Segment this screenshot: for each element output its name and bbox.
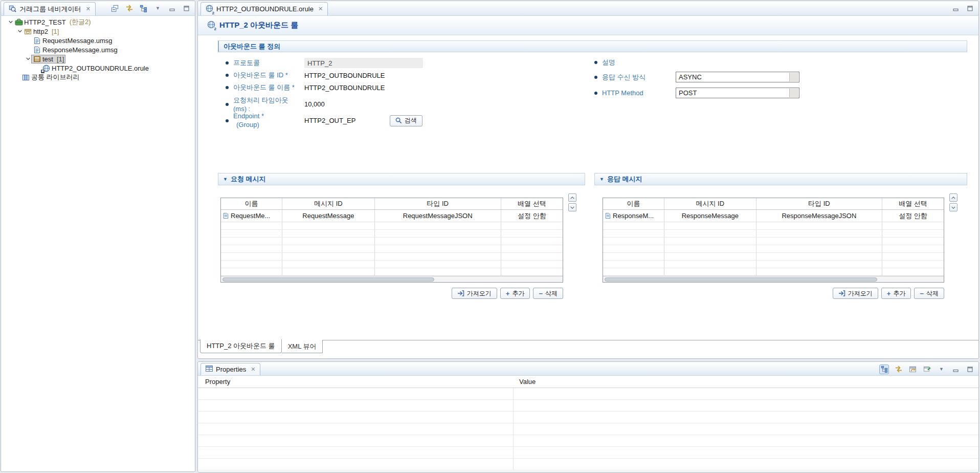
properties-tab-close-icon[interactable]: ✕ bbox=[251, 366, 255, 373]
restore-default-icon[interactable] bbox=[908, 364, 918, 374]
tree-mode-icon[interactable] bbox=[139, 4, 148, 13]
col-array-select[interactable]: 배열 선택 bbox=[501, 198, 563, 209]
empty-row bbox=[603, 245, 944, 253]
navigator-icon bbox=[9, 5, 16, 14]
scrollbar-thumb[interactable] bbox=[222, 277, 434, 282]
globe-2-badge: 2 bbox=[212, 11, 214, 15]
response-mode-combo[interactable]: ASYNC bbox=[676, 72, 799, 82]
import-button[interactable]: 가져오기 bbox=[452, 288, 497, 299]
response-message-table[interactable]: 이름 메시지 ID 타입 ID 배열 선택 ResponseM... Respo… bbox=[603, 198, 944, 283]
navigator-panel: 거래그룹 네비게이터 ✕ ▼ bbox=[1, 1, 195, 472]
properties-tab[interactable]: Properties ✕ bbox=[201, 363, 260, 375]
add-button-label: 추가 bbox=[893, 289, 905, 298]
empty-row bbox=[603, 238, 944, 245]
timeout-label: 요청처리 타임아웃(ms) : bbox=[233, 96, 300, 113]
property-row bbox=[198, 423, 978, 435]
sort-properties-icon[interactable] bbox=[894, 364, 903, 374]
request-section-header[interactable]: ▼ 요청 메시지 bbox=[218, 173, 585, 185]
col-name[interactable]: 이름 bbox=[221, 198, 282, 209]
row-up-button[interactable] bbox=[568, 193, 576, 202]
tree-item-suffix: (한글2) bbox=[70, 17, 91, 27]
delete-button-label: 삭제 bbox=[926, 289, 939, 298]
delete-button[interactable]: −삭제 bbox=[533, 288, 563, 299]
bullet-icon bbox=[226, 119, 229, 122]
col-name[interactable]: 이름 bbox=[603, 198, 664, 209]
endpoint-label-line2: (Group) bbox=[233, 121, 259, 128]
bullet-icon bbox=[226, 74, 229, 77]
tree-item-response-message[interactable]: ResponseMessage.umsg bbox=[1, 45, 195, 54]
col-type-id[interactable]: 타입 ID bbox=[375, 198, 501, 209]
col-type-id[interactable]: 타입 ID bbox=[756, 198, 882, 209]
table-row[interactable]: ResponseM... ResponseMessage ResponseMes… bbox=[603, 210, 944, 222]
tree-item-group[interactable]: http2 [1] bbox=[1, 27, 195, 36]
view-menu-icon[interactable]: ▼ bbox=[153, 4, 163, 13]
tree-item-request-message[interactable]: RequestMessage.umsg bbox=[1, 36, 195, 45]
row-down-button[interactable] bbox=[949, 203, 957, 211]
property-row bbox=[198, 459, 978, 470]
collapse-triangle-icon[interactable]: ▼ bbox=[599, 177, 604, 182]
editor-tab[interactable]: 2 HTTP2_OUTBOUNDRULE.orule ✕ bbox=[201, 2, 328, 15]
expander-icon[interactable] bbox=[16, 30, 24, 33]
maximize-icon[interactable] bbox=[965, 364, 975, 374]
endpoint-search-button[interactable]: 검색 bbox=[390, 115, 422, 126]
response-section-header[interactable]: ▼ 응답 메시지 bbox=[594, 173, 967, 185]
show-tree-icon[interactable] bbox=[879, 364, 889, 374]
property-column-header[interactable]: Property bbox=[198, 378, 513, 385]
properties-table-icon bbox=[206, 365, 213, 373]
view-menu-icon[interactable]: ▼ bbox=[937, 364, 946, 374]
message-file-icon bbox=[33, 37, 41, 45]
combo-arrow-icon[interactable] bbox=[789, 73, 798, 81]
collapse-all-icon[interactable] bbox=[110, 4, 120, 13]
minimize-icon[interactable] bbox=[951, 4, 961, 13]
row-up-button[interactable] bbox=[949, 193, 957, 202]
tree-item-common-library[interactable]: 공통 라이브러리 bbox=[1, 73, 195, 82]
tab-xml-viewer[interactable]: XML 뷰어 bbox=[282, 340, 323, 353]
navigator-tab[interactable]: 거래그룹 네비게이터 ✕ bbox=[4, 2, 96, 15]
col-message-id[interactable]: 메시지 ID bbox=[664, 198, 756, 209]
editor-tab-close-icon[interactable]: ✕ bbox=[318, 6, 323, 12]
cell-name: RequestMe... bbox=[231, 212, 270, 220]
tree-item-label: HTTP2_TEST bbox=[23, 18, 67, 26]
navigator-tab-title: 거래그룹 네비게이터 bbox=[19, 5, 81, 14]
link-with-editor-icon[interactable] bbox=[124, 4, 134, 13]
maximize-icon[interactable] bbox=[965, 4, 975, 13]
endpoint-label-line1: Endpoint * bbox=[233, 112, 264, 120]
value-column-header[interactable]: Value bbox=[513, 378, 536, 385]
combo-arrow-icon[interactable] bbox=[789, 89, 798, 97]
property-row bbox=[198, 447, 978, 459]
expander-icon[interactable] bbox=[7, 20, 14, 24]
import-icon bbox=[457, 290, 464, 296]
http-method-combo[interactable]: POST bbox=[676, 88, 799, 98]
property-row bbox=[198, 412, 978, 423]
table-row[interactable]: RequestMe... RequestMessage RequestMessa… bbox=[221, 210, 563, 222]
request-message-table[interactable]: 이름 메시지 ID 타입 ID 배열 선택 RequestMe... Reque… bbox=[220, 198, 563, 283]
tab-rule-page[interactable]: HTTP_2 아웃바운드 룰 bbox=[200, 339, 282, 353]
tree-item-test-folder[interactable]: test [1] bbox=[1, 54, 195, 63]
page-title: HTTP_2 아웃바운드 룰 bbox=[219, 20, 298, 30]
tree-item-project[interactable]: HTTP2_TEST (한글2) bbox=[1, 17, 195, 27]
request-table-header: 이름 메시지 ID 타입 ID 배열 선택 bbox=[221, 198, 563, 210]
import-button[interactable]: 가져오기 bbox=[833, 288, 878, 299]
scrollbar-thumb[interactable] bbox=[605, 277, 877, 282]
pin-view-icon[interactable] bbox=[922, 364, 932, 374]
minimize-icon[interactable] bbox=[951, 364, 961, 374]
column-divider[interactable] bbox=[513, 388, 514, 470]
horizontal-scrollbar[interactable] bbox=[221, 276, 563, 282]
maximize-icon[interactable] bbox=[182, 4, 191, 13]
search-button-label: 검색 bbox=[405, 116, 417, 125]
expander-icon[interactable] bbox=[25, 57, 32, 60]
add-button[interactable]: +추가 bbox=[500, 288, 530, 299]
rule-name-label: 아웃바운드 룰 이름 * bbox=[233, 83, 300, 92]
col-message-id[interactable]: 메시지 ID bbox=[282, 198, 374, 209]
add-button[interactable]: +추가 bbox=[881, 288, 911, 299]
test-folder-icon bbox=[33, 56, 41, 62]
delete-button[interactable]: −삭제 bbox=[914, 288, 944, 299]
http-method-label: HTTP Method bbox=[602, 89, 671, 97]
horizontal-scrollbar[interactable] bbox=[603, 276, 944, 282]
tree-item-rule-file[interactable]: ✱ HTTP2_OUTBOUNDRULE.orule bbox=[1, 63, 195, 73]
collapse-triangle-icon[interactable]: ▼ bbox=[223, 177, 228, 182]
col-array-select[interactable]: 배열 선택 bbox=[882, 198, 944, 209]
row-down-button[interactable] bbox=[568, 203, 576, 211]
navigator-tab-close-icon[interactable]: ✕ bbox=[86, 6, 91, 12]
minimize-icon[interactable] bbox=[167, 4, 177, 13]
